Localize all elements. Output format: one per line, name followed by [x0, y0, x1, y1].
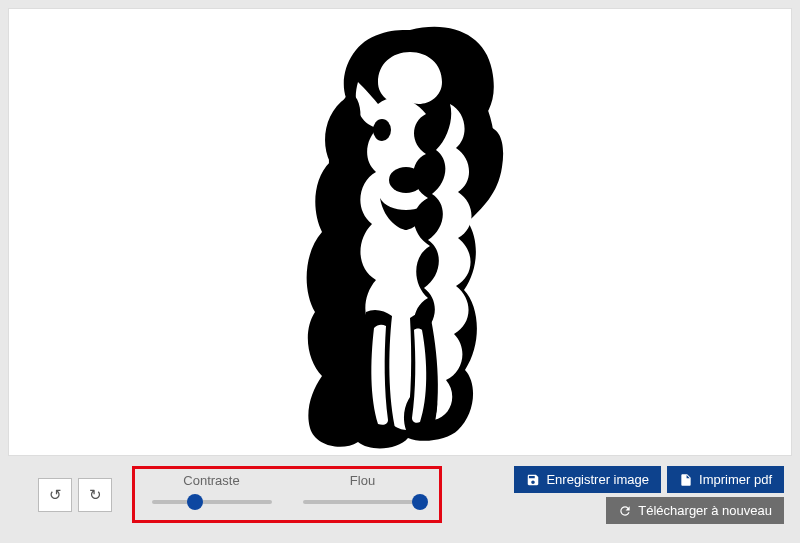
svg-point-1 — [421, 119, 439, 141]
reupload-button[interactable]: Télécharger à nouveau — [606, 497, 784, 524]
save-button-label: Enregistrer image — [546, 472, 649, 487]
preview-image — [260, 12, 540, 452]
blur-label: Flou — [350, 473, 375, 488]
contrast-label: Contraste — [183, 473, 239, 488]
sliders-highlight-box: Contraste Flou — [132, 466, 442, 523]
contrast-slider-thumb[interactable] — [187, 494, 203, 510]
slider-rail — [152, 500, 272, 504]
action-buttons-row1: Enregistrer image Imprimer pdf — [514, 466, 784, 493]
app-root: ↺ ↻ Contraste Flou — [0, 0, 800, 543]
undo-icon: ↺ — [49, 486, 62, 504]
reupload-button-label: Télécharger à nouveau — [638, 503, 772, 518]
print-pdf-button[interactable]: Imprimer pdf — [667, 466, 784, 493]
save-image-button[interactable]: Enregistrer image — [514, 466, 661, 493]
action-buttons-row2: Télécharger à nouveau — [606, 497, 784, 524]
action-buttons: Enregistrer image Imprimer pdf Télécharg… — [514, 466, 784, 524]
blur-slider-group: Flou — [300, 473, 425, 510]
redo-button[interactable]: ↻ — [78, 478, 112, 512]
history-buttons: ↺ ↻ — [38, 478, 112, 512]
pdf-icon — [679, 473, 693, 487]
svg-point-0 — [373, 119, 391, 141]
undo-button[interactable]: ↺ — [38, 478, 72, 512]
blur-slider[interactable] — [303, 494, 423, 510]
print-button-label: Imprimer pdf — [699, 472, 772, 487]
blur-slider-thumb[interactable] — [412, 494, 428, 510]
contrast-slider-group: Contraste — [149, 473, 274, 510]
redo-icon: ↻ — [89, 486, 102, 504]
contrast-slider[interactable] — [152, 494, 272, 510]
slider-rail — [303, 500, 423, 504]
svg-point-2 — [389, 167, 423, 193]
toolbar: ↺ ↻ Contraste Flou — [8, 462, 792, 528]
image-preview-canvas — [8, 8, 792, 456]
refresh-icon — [618, 504, 632, 518]
save-icon — [526, 473, 540, 487]
